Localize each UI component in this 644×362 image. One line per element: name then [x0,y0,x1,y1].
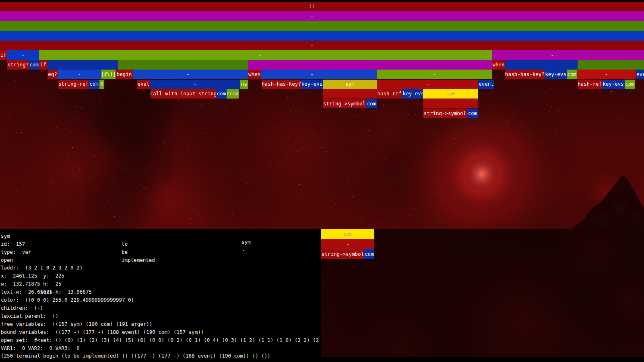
tree-node-string-symbol[interactable]: string->symbol [321,249,364,259]
selected-node-inspector: sym-string->symbolcom [0,0,644,362]
structure-editor-screen: ()----if---string?comif---when--eq?-|#\(… [0,0,644,362]
tree-node-com[interactable]: com [364,249,374,259]
tree-node-sym[interactable]: sym [321,229,374,239]
tree-node-label: com [365,251,374,257]
tree-node-dash[interactable]: - [321,239,374,249]
tree-node-label: - [346,241,349,247]
tree-node-label: string->symbol [322,251,364,257]
tree-node-label: sym [343,231,353,237]
